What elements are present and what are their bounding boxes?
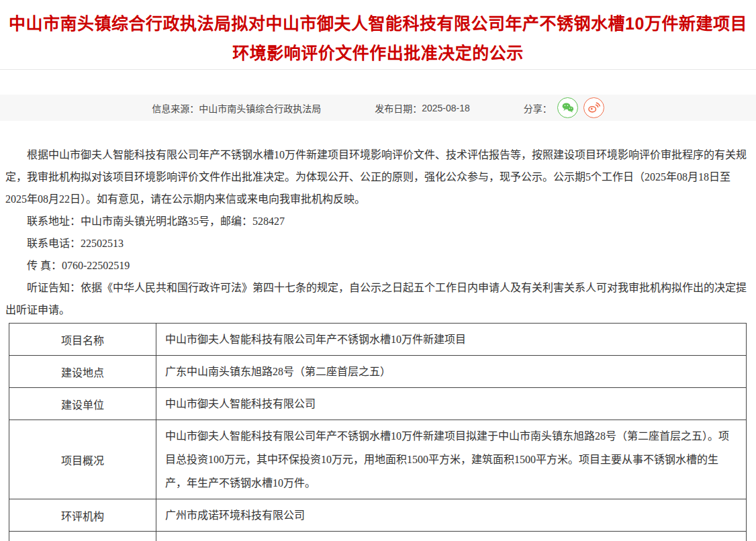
table-row: 建设单位 中山市御夫人智能科技有限公司 <box>9 388 747 420</box>
row-label-eia-agency: 环评机构 <box>9 499 156 532</box>
table-row: 建设地点 广东中山南头镇东旭路28号（第二座首层之五） <box>9 356 747 388</box>
page-header: 中山市南头镇综合行政执法局拟对中山市御夫人智能科技有限公司年产不锈钢水槽10万件… <box>0 0 756 70</box>
row-value-construction-unit: 中山市御夫人智能科技有限公司 <box>156 388 747 420</box>
paragraph-intro: 根据中山市御夫人智能科技有限公司年产不锈钢水槽10万件新建项目环境影响评价文件、… <box>5 144 751 210</box>
share-group: 分享： <box>524 97 604 118</box>
info-source-value: 中山市南头镇综合行政执法局 <box>199 101 321 115</box>
table-row: 环评机构 广州市成诺环境科技有限公司 <box>9 499 747 532</box>
row-value-project-overview: 中山市御夫人智能科技有限公司年产不锈钢水槽10万件新建项目拟建于中山市南头镇东旭… <box>156 420 747 499</box>
paragraph-hearing-notice: 听证告知：依据《中华人民共和国行政许可法》第四十七条的规定，自公示之日起五个工作… <box>5 277 751 321</box>
publish-date-label: 发布日期： <box>375 101 422 115</box>
row-value-cutoff <box>156 532 747 541</box>
paragraph-contact-phone: 联系电话：22502513 <box>5 232 751 254</box>
wechat-share-button[interactable] <box>557 97 578 118</box>
row-value-construction-site: 广东中山南头镇东旭路28号（第二座首层之五） <box>156 356 747 388</box>
paragraph-contact-address: 联系地址：中山市南头镇光明北路35号，邮编：528427 <box>5 210 751 232</box>
row-value-project-name: 中山市御夫人智能科技有限公司年产不锈钢水槽10万件新建项目 <box>156 324 747 356</box>
paragraph-fax: 传 真：0760-22502519 <box>5 254 751 277</box>
row-label-project-overview: 项目概况 <box>9 420 156 499</box>
wechat-share-icon <box>561 101 575 115</box>
weibo-share-icon <box>587 101 601 115</box>
article-body: 根据中山市御夫人智能科技有限公司年产不锈钢水槽10万件新建项目环境影响评价文件、… <box>5 144 751 321</box>
info-source: 信息来源： 中山市南头镇综合行政执法局 <box>152 101 321 115</box>
page-title: 中山市南头镇综合行政执法局拟对中山市御夫人智能科技有限公司年产不锈钢水槽10万件… <box>5 9 751 68</box>
table-row: 项目概况 中山市御夫人智能科技有限公司年产不锈钢水槽10万件新建项目拟建于中山市… <box>9 420 747 499</box>
publish-date: 发布日期： 2025-08-18 <box>375 101 470 115</box>
table-row: 项目名称 中山市御夫人智能科技有限公司年产不锈钢水槽10万件新建项目 <box>9 324 747 356</box>
row-label-project-name: 项目名称 <box>9 324 156 356</box>
row-label-construction-unit: 建设单位 <box>9 388 156 420</box>
table-row-cutoff <box>9 532 747 541</box>
row-label-construction-site: 建设地点 <box>9 356 156 388</box>
share-label: 分享： <box>524 101 552 115</box>
row-value-eia-agency: 广州市成诺环境科技有限公司 <box>156 499 747 532</box>
weibo-share-button[interactable] <box>583 97 604 118</box>
project-info-table: 项目名称 中山市御夫人智能科技有限公司年产不锈钢水槽10万件新建项目 建设地点 … <box>9 323 747 541</box>
meta-bar: 信息来源： 中山市南头镇综合行政执法局 发布日期： 2025-08-18 分享： <box>0 95 756 121</box>
row-label-cutoff <box>9 532 156 541</box>
publish-date-value: 2025-08-18 <box>422 103 470 113</box>
info-source-label: 信息来源： <box>152 101 199 115</box>
